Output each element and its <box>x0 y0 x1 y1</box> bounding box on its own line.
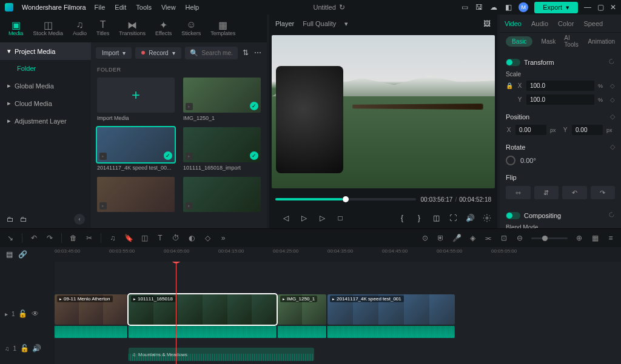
new-bin-icon[interactable]: 🗀 <box>19 215 28 223</box>
track-lock-icon[interactable]: 🔓 <box>19 309 27 318</box>
track-visibility-icon[interactable]: 👁 <box>31 309 39 318</box>
player-viewport[interactable] <box>272 35 495 188</box>
pos-y-input[interactable] <box>572 125 603 135</box>
tl-render-icon[interactable]: ⊙ <box>421 234 429 242</box>
subtab-ai-tools[interactable]: AI Tools <box>564 35 579 48</box>
tl-speed-icon[interactable]: ⏱ <box>172 234 180 242</box>
tl-shield-icon[interactable]: ⛨ <box>437 234 445 242</box>
media-item[interactable]: ✓▸101111_165018_import <box>183 127 261 171</box>
media-item[interactable]: +Import Media <box>97 78 175 121</box>
tl-snap-icon[interactable]: ⫘ <box>484 234 492 242</box>
track-mute-icon[interactable]: 🔊 <box>32 344 41 352</box>
tl-music-icon[interactable]: ♫ <box>109 234 117 242</box>
transform-reset-icon[interactable] <box>608 58 615 66</box>
compositing-reset-icon[interactable] <box>608 211 615 219</box>
tl-grid-icon[interactable]: ▦ <box>591 234 599 242</box>
compositing-toggle[interactable] <box>506 212 520 219</box>
snapshot-icon[interactable]: 🖼 <box>483 19 491 28</box>
tl-audio-mix-icon[interactable]: ◈ <box>468 234 477 242</box>
menu-view[interactable]: View <box>161 4 176 11</box>
export-button[interactable]: Export▾ <box>534 2 578 13</box>
pos-x-input[interactable] <box>515 125 546 135</box>
minimize-button[interactable]: — <box>584 3 591 12</box>
cloud-icon[interactable]: ☁ <box>489 3 498 12</box>
sidebar-adjustment-layer[interactable]: ▸Adjustment Layer <box>0 112 91 130</box>
tab-stickers[interactable]: ☺Stickers <box>178 18 204 39</box>
tl-split-icon[interactable]: ✂ <box>85 234 93 242</box>
player-quality-dropdown[interactable]: Full Quality▾ <box>303 20 348 28</box>
subtab-mask[interactable]: Mask <box>541 38 556 45</box>
media-item[interactable]: ▸ <box>183 177 261 214</box>
filter-icon[interactable]: ⇅ <box>241 48 250 57</box>
prop-tab-color[interactable]: Color <box>558 20 574 27</box>
flip-vertical-button[interactable]: ⇵ <box>534 186 559 199</box>
timeline-clip[interactable]: 20141117_4K speed test_001 <box>327 294 455 325</box>
scale-y-keyframe[interactable]: ◇ <box>610 96 615 103</box>
timeline-ruler[interactable]: ▤ 🔗 00:03:45:0000:03:55:0000:04:05:0000:… <box>0 247 621 262</box>
menu-help[interactable]: Help <box>186 4 200 11</box>
audio-clip[interactable]: ♫Mountains & Meadows <box>129 348 314 361</box>
mark-in-icon[interactable]: { <box>398 214 406 222</box>
tl-magnet-icon[interactable]: ⊡ <box>500 234 508 242</box>
tab-media[interactable]: ▣Media <box>5 18 27 39</box>
video-track-header[interactable]: ▸1 🔓 👁 <box>0 288 55 339</box>
scale-x-keyframe[interactable]: ◇ <box>610 82 615 89</box>
subtab-basic[interactable]: Basic <box>506 36 532 47</box>
mark-out-icon[interactable]: } <box>415 214 423 222</box>
prop-tab-video[interactable]: Video <box>505 20 522 27</box>
subtab-animation[interactable]: Animation <box>588 38 615 45</box>
timeline-clip[interactable]: IMG_1250_1 <box>278 294 326 325</box>
user-avatar[interactable]: M <box>519 2 528 12</box>
transform-toggle[interactable] <box>506 59 520 66</box>
tl-color-icon[interactable]: ◐ <box>187 234 196 242</box>
tl-tracks-icon[interactable]: ▤ <box>5 250 13 259</box>
close-button[interactable]: ✕ <box>610 3 616 12</box>
rotate-keyframe[interactable]: ◇ <box>610 143 615 151</box>
play-button[interactable]: ▷ <box>318 214 326 222</box>
tl-link-icon[interactable]: 🔗 <box>18 250 27 259</box>
rotate-ccw-button[interactable]: ↶ <box>562 186 587 199</box>
media-item[interactable]: ✓▸IMG_1250_1 <box>183 78 261 121</box>
clip-audio-waveform[interactable] <box>327 326 455 338</box>
tl-text-icon[interactable]: T <box>156 234 164 242</box>
tl-undo-icon[interactable]: ↶ <box>30 234 38 242</box>
save-icon[interactable]: 🖫 <box>475 3 483 12</box>
audio-track-header[interactable]: ♫1 🔓 🔊 <box>0 339 55 357</box>
menu-tools[interactable]: Tools <box>136 4 152 11</box>
scale-y-input[interactable] <box>526 94 594 105</box>
tab-templates[interactable]: ▦Templates <box>207 18 239 39</box>
clip-audio-waveform[interactable] <box>55 326 127 338</box>
tab-titles[interactable]: TTitles <box>93 18 113 39</box>
sidebar-collapse-button[interactable]: ‹ <box>74 214 85 225</box>
sidebar-global-media[interactable]: ▸Global Media <box>0 77 91 94</box>
media-item[interactable]: ▸ <box>97 177 175 214</box>
sidebar-project-media[interactable]: ▾Project Media <box>0 42 91 60</box>
tl-redo-icon[interactable]: ↷ <box>45 234 54 242</box>
prop-tab-audio[interactable]: Audio <box>531 20 548 27</box>
maximize-button[interactable]: ▢ <box>597 3 604 12</box>
record-dropdown[interactable]: Record▾ <box>135 47 181 59</box>
tl-zoom-in-icon[interactable]: ⊕ <box>575 234 583 242</box>
tl-fit-icon[interactable]: ≡ <box>606 234 615 242</box>
timeline-clip[interactable]: 101111_165018 <box>129 294 277 325</box>
progress-slider[interactable] <box>275 198 416 200</box>
new-folder-icon[interactable]: 🗀 <box>6 215 15 223</box>
track-lock-icon[interactable]: 🔓 <box>20 344 29 352</box>
progress-handle[interactable] <box>343 196 349 202</box>
media-search[interactable]: 🔍 <box>185 47 238 59</box>
tl-cursor-icon[interactable]: ↘ <box>6 234 15 242</box>
settings-icon[interactable] <box>483 214 491 222</box>
track-content[interactable]: 09-11 Menlo Atherton101111_165018IMG_125… <box>55 262 621 364</box>
prop-tab-speed[interactable]: Speed <box>583 20 603 27</box>
import-dropdown[interactable]: Import▾ <box>96 47 132 59</box>
step-back-button[interactable]: ▷ <box>300 214 308 222</box>
tl-zoom-out-icon[interactable]: ⊖ <box>515 234 524 242</box>
tl-zoom-slider[interactable] <box>531 237 568 239</box>
tl-more-icon[interactable]: » <box>219 234 227 242</box>
stop-button[interactable]: □ <box>336 214 344 222</box>
flip-horizontal-button[interactable]: ⇿ <box>506 186 531 199</box>
prev-frame-button[interactable]: ◁ <box>281 214 290 222</box>
clip-audio-waveform[interactable] <box>129 326 277 338</box>
tab-stock-media[interactable]: ◫Stock Media <box>30 18 67 39</box>
scale-x-input[interactable] <box>526 81 594 91</box>
